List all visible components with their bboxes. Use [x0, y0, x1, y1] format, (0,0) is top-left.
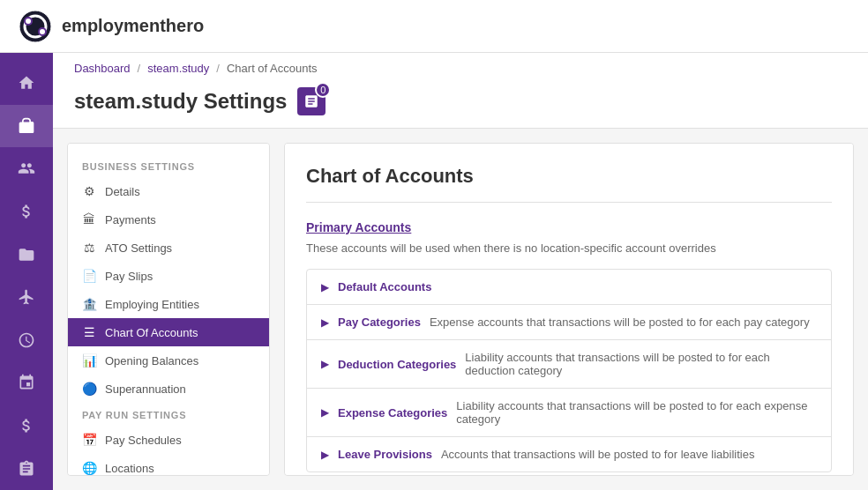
super-icon: 🔵 [82, 382, 96, 396]
ato-icon: ⚖ [82, 241, 96, 255]
sidebar-icon-home[interactable] [0, 62, 53, 105]
menu-item-details[interactable]: ⚙ Details [68, 177, 269, 205]
accordion-container: ▶ Default Accounts ▶ Pay Categories Expe… [306, 269, 832, 472]
primary-accounts-link[interactable]: Primary Accounts [306, 220, 411, 234]
menu-item-superannuation[interactable]: 🔵 Superannuation [68, 375, 269, 403]
breadcrumb-dashboard[interactable]: Dashboard [74, 62, 131, 75]
main-content: Chart of Accounts Primary Accounts These… [284, 143, 854, 476]
settings-layout: BUSINESS SETTINGS ⚙ Details 🏛 Payments ⚖… [53, 129, 868, 490]
menu-label-ato: ATO Settings [105, 241, 172, 255]
menu-item-ato-settings[interactable]: ⚖ ATO Settings [68, 234, 269, 262]
menu-item-opening-balances[interactable]: 📊 Opening Balances [68, 346, 269, 375]
svg-point-3 [26, 19, 31, 24]
opening-balances-icon: 📊 [82, 353, 96, 368]
accordion-deduction-categories[interactable]: ▶ Deduction Categories Liability account… [307, 340, 831, 389]
locations-icon: 🌐 [82, 461, 96, 475]
logo-area: employmenthero [18, 9, 204, 44]
accordion-title-1: Pay Categories [338, 316, 421, 329]
svg-point-5 [40, 29, 45, 34]
accordion-default-accounts[interactable]: ▶ Default Accounts [307, 270, 831, 305]
sidebar-icon-calendar[interactable] [0, 361, 53, 405]
menu-label-employing: Employing Entities [105, 298, 199, 311]
accordion-expense-categories[interactable]: ▶ Expense Categories Liability accounts … [307, 389, 831, 437]
accordion-title-0: Default Accounts [338, 280, 431, 293]
menu-item-chart-of-accounts[interactable]: ☰ Chart Of Accounts [68, 318, 269, 346]
sidebar-icon-coin[interactable] [0, 405, 53, 448]
menu-label-pay-schedules: Pay Schedules [105, 434, 182, 447]
menu-label-payslips: Pay Slips [105, 270, 153, 283]
breadcrumb-sep-1: / [138, 62, 141, 75]
menu-item-pay-schedules[interactable]: 📅 Pay Schedules [68, 426, 269, 454]
menu-label-super: Superannuation [105, 382, 186, 396]
sidebar-icon-users[interactable] [0, 147, 53, 190]
content-area: Dashboard / steam.study / Chart of Accou… [53, 53, 868, 490]
sidebar-icon-briefcase[interactable] [0, 105, 53, 148]
page-header: Dashboard / steam.study / Chart of Accou… [53, 53, 868, 129]
menu-label-opening-balances: Opening Balances [105, 354, 198, 368]
menu-label-payments: Payments [105, 213, 156, 226]
accordion-title-4: Leave Provisions [338, 448, 432, 461]
business-section-title: BUSINESS SETTINGS [68, 154, 269, 177]
accordion-arrow-1: ▶ [321, 316, 329, 329]
accordion-desc-3: Liability accounts that transactions wil… [456, 399, 817, 426]
page-title: steam.study Settings [74, 89, 287, 114]
content-title: Chart of Accounts [306, 165, 832, 203]
sidebar-icon-folder[interactable] [0, 233, 53, 276]
breadcrumb-current: Chart of Accounts [227, 62, 318, 75]
logo-icon [18, 9, 53, 44]
accordion-desc-4: Accounts that transactions will be poste… [441, 448, 755, 461]
page-title-row: steam.study Settings 0 [74, 80, 847, 128]
menu-item-locations[interactable]: 🌐 Locations [68, 454, 269, 476]
primary-accounts-desc: These accounts will be used when there i… [306, 241, 832, 255]
accordion-pay-categories[interactable]: ▶ Pay Categories Expense accounts that t… [307, 305, 831, 340]
menu-label-locations: Locations [105, 462, 154, 475]
accordion-arrow-0: ▶ [321, 281, 329, 293]
menu-item-pay-slips[interactable]: 📄 Pay Slips [68, 262, 269, 290]
accordion-arrow-3: ▶ [321, 406, 329, 419]
breadcrumb: Dashboard / steam.study / Chart of Accou… [74, 53, 847, 80]
app-name: employmenthero [62, 16, 204, 36]
employing-icon: 🏦 [82, 297, 96, 311]
accordion-arrow-4: ▶ [321, 449, 329, 461]
sidebar-icon-clipboard[interactable] [0, 447, 53, 490]
details-icon: ⚙ [82, 184, 96, 198]
breadcrumb-study[interactable]: steam.study [147, 62, 209, 75]
accordion-title-2: Deduction Categories [338, 358, 456, 371]
accordion-title-3: Expense Categories [338, 406, 447, 419]
pay-schedules-icon: 📅 [82, 433, 96, 447]
notification-badge[interactable]: 0 [297, 87, 326, 115]
accordion-arrow-2: ▶ [321, 358, 329, 370]
main-layout: Dashboard / steam.study / Chart of Accou… [0, 53, 868, 490]
icon-sidebar [0, 53, 53, 490]
top-navbar: employmenthero [0, 0, 868, 53]
payrun-section-title: PAY RUN SETTINGS [68, 403, 269, 426]
settings-sidebar: BUSINESS SETTINGS ⚙ Details 🏛 Payments ⚖… [67, 143, 270, 476]
sidebar-icon-dollar[interactable] [0, 190, 53, 234]
menu-item-payments[interactable]: 🏛 Payments [68, 205, 269, 234]
chart-accounts-icon: ☰ [82, 325, 96, 339]
menu-item-employing-entities[interactable]: 🏦 Employing Entities [68, 290, 269, 318]
payments-icon: 🏛 [82, 212, 96, 226]
sidebar-icon-plane[interactable] [0, 276, 53, 319]
notification-count: 0 [315, 82, 331, 98]
menu-label-chart-accounts: Chart Of Accounts [105, 326, 198, 339]
breadcrumb-sep-2: / [216, 62, 220, 75]
menu-label-details: Details [105, 185, 140, 198]
sidebar-icon-clock[interactable] [0, 319, 53, 362]
payslips-icon: 📄 [82, 269, 96, 283]
accordion-leave-provisions[interactable]: ▶ Leave Provisions Accounts that transac… [307, 437, 831, 471]
accordion-desc-2: Liability accounts that transactions wil… [465, 351, 817, 377]
accordion-desc-1: Expense accounts that transactions will … [430, 316, 810, 329]
